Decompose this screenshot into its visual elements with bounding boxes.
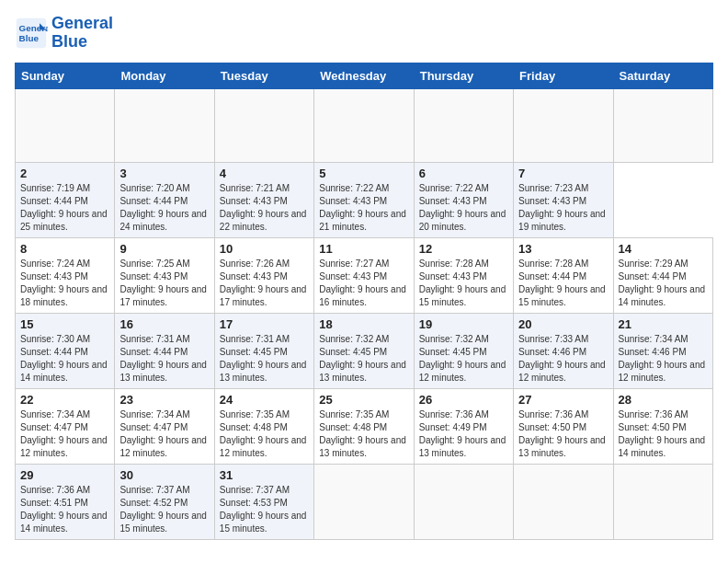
day-number: 4 (220, 167, 309, 180)
calendar-day-header: Wednesday (314, 63, 414, 88)
day-info: Sunrise: 7:36 AMSunset: 4:50 PMDaylight:… (518, 408, 608, 460)
calendar-day-header: Thursday (414, 63, 513, 88)
calendar-cell (314, 464, 414, 539)
day-info: Sunrise: 7:31 AMSunset: 4:45 PMDaylight:… (220, 333, 309, 385)
calendar-day-header: Sunday (16, 63, 115, 88)
calendar-day-header: Saturday (613, 63, 712, 88)
calendar-week-row: 22Sunrise: 7:34 AMSunset: 4:47 PMDayligh… (16, 388, 713, 464)
logo-text: General Blue (51, 15, 113, 52)
day-number: 22 (20, 393, 109, 407)
day-info: Sunrise: 7:36 AMSunset: 4:50 PMDaylight:… (619, 408, 708, 460)
day-number: 11 (319, 242, 408, 256)
day-number: 20 (518, 317, 608, 331)
day-number: 16 (119, 317, 209, 331)
logo: General Blue General Blue (15, 15, 113, 52)
day-number: 10 (220, 242, 309, 256)
day-number: 18 (319, 317, 408, 331)
day-info: Sunrise: 7:34 AMSunset: 4:47 PMDaylight:… (20, 408, 109, 460)
calendar-table: SundayMondayTuesdayWednesdayThursdayFrid… (15, 63, 713, 540)
day-info: Sunrise: 7:20 AMSunset: 4:44 PMDaylight:… (119, 182, 209, 234)
day-info: Sunrise: 7:25 AMSunset: 4:43 PMDaylight:… (119, 258, 209, 309)
calendar-cell: 17Sunrise: 7:31 AMSunset: 4:45 PMDayligh… (214, 313, 313, 388)
day-number: 9 (119, 242, 209, 256)
calendar-week-row: 15Sunrise: 7:30 AMSunset: 4:44 PMDayligh… (16, 313, 713, 388)
calendar-cell: 27Sunrise: 7:36 AMSunset: 4:50 PMDayligh… (514, 388, 613, 464)
calendar-day-header: Monday (115, 63, 214, 88)
calendar-cell: 23Sunrise: 7:34 AMSunset: 4:47 PMDayligh… (115, 388, 214, 464)
day-info: Sunrise: 7:27 AMSunset: 4:43 PMDaylight:… (319, 258, 408, 309)
logo-line2: Blue (51, 32, 87, 51)
day-info: Sunrise: 7:32 AMSunset: 4:45 PMDaylight:… (419, 333, 508, 385)
calendar-cell: 29Sunrise: 7:36 AMSunset: 4:51 PMDayligh… (16, 464, 115, 539)
day-number: 24 (220, 393, 309, 407)
day-number: 6 (419, 167, 508, 180)
day-info: Sunrise: 7:36 AMSunset: 4:49 PMDaylight:… (419, 408, 508, 460)
day-info: Sunrise: 7:29 AMSunset: 4:44 PMDaylight:… (619, 258, 708, 309)
calendar-week-row (16, 88, 713, 162)
calendar-cell: 18Sunrise: 7:32 AMSunset: 4:45 PMDayligh… (314, 313, 414, 388)
day-number: 5 (319, 167, 408, 180)
calendar-day-header: Friday (514, 63, 613, 88)
day-number: 15 (20, 317, 109, 331)
calendar-cell (115, 88, 214, 162)
day-info: Sunrise: 7:33 AMSunset: 4:46 PMDaylight:… (518, 333, 608, 385)
calendar-cell: 26Sunrise: 7:36 AMSunset: 4:49 PMDayligh… (414, 388, 513, 464)
day-info: Sunrise: 7:22 AMSunset: 4:43 PMDaylight:… (319, 182, 408, 234)
day-info: Sunrise: 7:22 AMSunset: 4:43 PMDaylight:… (419, 182, 508, 234)
day-info: Sunrise: 7:28 AMSunset: 4:43 PMDaylight:… (419, 258, 508, 309)
calendar-body: 2Sunrise: 7:19 AMSunset: 4:44 PMDaylight… (16, 88, 713, 539)
calendar-cell (214, 88, 313, 162)
calendar-cell: 25Sunrise: 7:35 AMSunset: 4:48 PMDayligh… (314, 388, 414, 464)
day-info: Sunrise: 7:37 AMSunset: 4:53 PMDaylight:… (220, 484, 309, 535)
calendar-header-row: SundayMondayTuesdayWednesdayThursdayFrid… (16, 63, 713, 88)
day-info: Sunrise: 7:19 AMSunset: 4:44 PMDaylight:… (20, 182, 109, 234)
calendar-week-row: 2Sunrise: 7:19 AMSunset: 4:44 PMDaylight… (16, 162, 713, 237)
day-number: 8 (20, 242, 109, 256)
calendar-cell (514, 88, 613, 162)
day-number: 19 (419, 317, 508, 331)
day-number: 13 (518, 242, 608, 256)
calendar-cell: 30Sunrise: 7:37 AMSunset: 4:52 PMDayligh… (115, 464, 214, 539)
day-info: Sunrise: 7:34 AMSunset: 4:46 PMDaylight:… (619, 333, 708, 385)
day-number: 28 (619, 393, 708, 407)
calendar-cell: 10Sunrise: 7:26 AMSunset: 4:43 PMDayligh… (214, 237, 313, 313)
calendar-cell: 28Sunrise: 7:36 AMSunset: 4:50 PMDayligh… (613, 388, 712, 464)
day-info: Sunrise: 7:32 AMSunset: 4:45 PMDaylight:… (319, 333, 408, 385)
calendar-cell: 31Sunrise: 7:37 AMSunset: 4:53 PMDayligh… (214, 464, 313, 539)
calendar-week-row: 8Sunrise: 7:24 AMSunset: 4:43 PMDaylight… (16, 237, 713, 313)
calendar-cell (414, 88, 513, 162)
day-info: Sunrise: 7:24 AMSunset: 4:43 PMDaylight:… (20, 258, 109, 309)
day-number: 31 (220, 468, 309, 482)
calendar-cell: 24Sunrise: 7:35 AMSunset: 4:48 PMDayligh… (214, 388, 313, 464)
svg-text:Blue: Blue (19, 33, 40, 43)
logo-icon: General Blue (15, 17, 48, 50)
calendar-cell: 2Sunrise: 7:19 AMSunset: 4:44 PMDaylight… (16, 162, 115, 237)
day-number: 21 (619, 317, 708, 331)
day-info: Sunrise: 7:28 AMSunset: 4:44 PMDaylight:… (518, 258, 608, 309)
calendar-cell: 14Sunrise: 7:29 AMSunset: 4:44 PMDayligh… (613, 237, 712, 313)
day-info: Sunrise: 7:35 AMSunset: 4:48 PMDaylight:… (220, 408, 309, 460)
day-number: 3 (119, 167, 209, 180)
day-number: 17 (220, 317, 309, 331)
calendar-cell (514, 464, 613, 539)
day-number: 14 (619, 242, 708, 256)
day-info: Sunrise: 7:31 AMSunset: 4:44 PMDaylight:… (119, 333, 209, 385)
calendar-cell (613, 464, 712, 539)
calendar-cell: 12Sunrise: 7:28 AMSunset: 4:43 PMDayligh… (414, 237, 513, 313)
calendar-cell: 22Sunrise: 7:34 AMSunset: 4:47 PMDayligh… (16, 388, 115, 464)
day-info: Sunrise: 7:30 AMSunset: 4:44 PMDaylight:… (20, 333, 109, 385)
day-info: Sunrise: 7:34 AMSunset: 4:47 PMDaylight:… (119, 408, 209, 460)
calendar-cell: 5Sunrise: 7:22 AMSunset: 4:43 PMDaylight… (314, 162, 414, 237)
day-number: 12 (419, 242, 508, 256)
calendar-cell (16, 88, 115, 162)
logo-line1: General (51, 14, 113, 32)
calendar-day-header: Tuesday (214, 63, 313, 88)
day-info: Sunrise: 7:36 AMSunset: 4:51 PMDaylight:… (20, 484, 109, 535)
day-info: Sunrise: 7:35 AMSunset: 4:48 PMDaylight:… (319, 408, 408, 460)
calendar-cell: 15Sunrise: 7:30 AMSunset: 4:44 PMDayligh… (16, 313, 115, 388)
day-number: 7 (518, 167, 608, 180)
calendar-cell (314, 88, 414, 162)
calendar-cell (414, 464, 513, 539)
calendar-cell (613, 88, 712, 162)
calendar-cell: 21Sunrise: 7:34 AMSunset: 4:46 PMDayligh… (613, 313, 712, 388)
